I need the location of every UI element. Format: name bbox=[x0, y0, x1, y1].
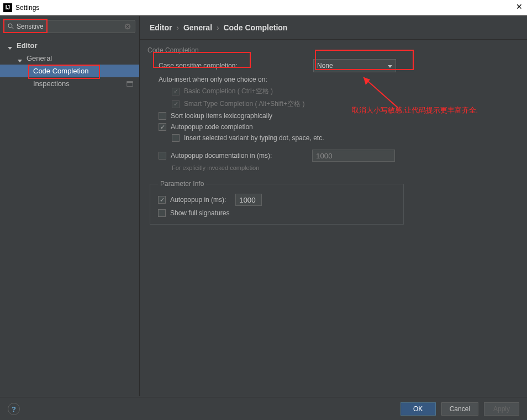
label-auto-insert: Auto-insert when only one choice on: bbox=[159, 76, 267, 83]
label-autopopup-code: Autopopup code completion bbox=[171, 123, 253, 131]
checkbox-sort-lookup[interactable] bbox=[159, 112, 166, 120]
svg-rect-6 bbox=[127, 82, 133, 83]
tree-general[interactable]: General bbox=[0, 52, 139, 65]
checkbox-param-autopopup[interactable] bbox=[158, 196, 166, 204]
ok-button[interactable]: OK bbox=[400, 402, 436, 416]
tree-label: Code Completion bbox=[33, 67, 88, 75]
expand-icon bbox=[18, 56, 23, 61]
dialog-footer: ? OK Cancel Apply bbox=[0, 397, 527, 420]
tree-editor[interactable]: Editor bbox=[0, 39, 139, 52]
cancel-button[interactable]: Cancel bbox=[441, 402, 478, 416]
project-icon bbox=[126, 80, 134, 88]
content-panel: Editor › General › Code Completion Code … bbox=[140, 16, 527, 396]
label-case-sensitive: Case sensitive completion: bbox=[159, 62, 313, 70]
chevron-right-icon: › bbox=[217, 23, 219, 32]
settings-tree: Editor General Code Completion Inspectio… bbox=[0, 37, 139, 90]
breadcrumb: Editor › General › Code Completion bbox=[140, 16, 527, 40]
checkbox-basic[interactable] bbox=[172, 88, 180, 95]
row-sort-lookup: Sort lookup items lexicographically bbox=[145, 110, 518, 121]
search-icon bbox=[8, 23, 14, 30]
row-autopopup-doc: Autopopup documentation in (ms): bbox=[145, 148, 518, 163]
tree-inspections[interactable]: Inspections bbox=[0, 77, 139, 90]
tree-label: Inspections bbox=[33, 79, 70, 88]
apply-label: Apply bbox=[493, 405, 510, 413]
sidebar: Editor General Code Completion Inspectio… bbox=[0, 16, 140, 396]
row-auto-insert: Auto-insert when only one choice on: bbox=[145, 74, 518, 85]
hint-autopopup-doc: For explicitly invoked completion bbox=[145, 164, 518, 171]
expand-icon bbox=[8, 43, 13, 49]
row-show-full: Show full signatures bbox=[158, 208, 396, 219]
checkbox-smart[interactable] bbox=[172, 100, 180, 108]
titlebar: IJ Settings ✕ bbox=[0, 0, 527, 15]
label-insert-variant: Insert selected variant by typing dot, s… bbox=[184, 134, 324, 142]
apply-button[interactable]: Apply bbox=[484, 402, 519, 416]
checkbox-show-full[interactable] bbox=[158, 209, 166, 217]
breadcrumb-part: General bbox=[183, 23, 212, 32]
tree-label: General bbox=[27, 54, 52, 62]
dropdown-case-sensitive[interactable]: None bbox=[313, 59, 396, 72]
ok-label: OK bbox=[413, 405, 423, 413]
checkbox-autopopup-doc[interactable] bbox=[159, 152, 166, 160]
label-sort-lookup: Sort lookup items lexicographically bbox=[171, 112, 272, 120]
checkbox-autopopup-code[interactable] bbox=[159, 123, 166, 131]
svg-line-1 bbox=[12, 28, 14, 29]
tree-code-completion[interactable]: Code Completion bbox=[0, 65, 139, 77]
close-icon[interactable]: ✕ bbox=[516, 2, 523, 11]
chevron-down-icon bbox=[388, 63, 392, 69]
tree-label: Editor bbox=[17, 41, 38, 50]
svg-point-0 bbox=[8, 24, 12, 28]
row-autopopup-code: Autopopup code completion bbox=[145, 121, 518, 132]
checkbox-insert-variant[interactable] bbox=[172, 134, 180, 142]
help-button[interactable]: ? bbox=[8, 403, 20, 415]
row-param-autopopup: Autopopup in (ms): bbox=[158, 192, 396, 208]
label-basic: Basic Completion ( Ctrl+空格 ) bbox=[184, 87, 273, 96]
breadcrumb-part: Code Completion bbox=[224, 23, 288, 32]
row-smart-completion: Smart Type Completion ( Alt+Shift+空格 ) bbox=[145, 98, 518, 110]
row-insert-variant: Insert selected variant by typing dot, s… bbox=[145, 132, 518, 143]
app-icon: IJ bbox=[3, 3, 12, 12]
label-show-full: Show full signatures bbox=[170, 209, 229, 217]
label-autopopup-doc: Autopopup documentation in (ms): bbox=[171, 152, 312, 160]
breadcrumb-part: Editor bbox=[150, 23, 172, 32]
input-autopopup-doc[interactable] bbox=[312, 150, 395, 162]
section-header: Code Completion bbox=[145, 45, 518, 57]
row-case-sensitive: Case sensitive completion: None bbox=[145, 57, 518, 74]
dropdown-value: None bbox=[317, 62, 333, 70]
clear-icon[interactable] bbox=[124, 23, 131, 30]
row-basic-completion: Basic Completion ( Ctrl+空格 ) bbox=[145, 85, 518, 98]
label-param-autopopup: Autopopup in (ms): bbox=[170, 196, 235, 204]
search-input[interactable] bbox=[4, 20, 135, 33]
cancel-label: Cancel bbox=[450, 405, 470, 413]
input-param-autopopup[interactable] bbox=[235, 194, 262, 206]
chevron-right-icon: › bbox=[176, 23, 179, 32]
window-title: Settings bbox=[15, 4, 39, 12]
fieldset-parameter-info: Parameter Info Autopopup in (ms): Show f… bbox=[150, 180, 404, 225]
legend-parameter-info: Parameter Info bbox=[158, 180, 206, 188]
label-smart: Smart Type Completion ( Alt+Shift+空格 ) bbox=[184, 99, 305, 109]
